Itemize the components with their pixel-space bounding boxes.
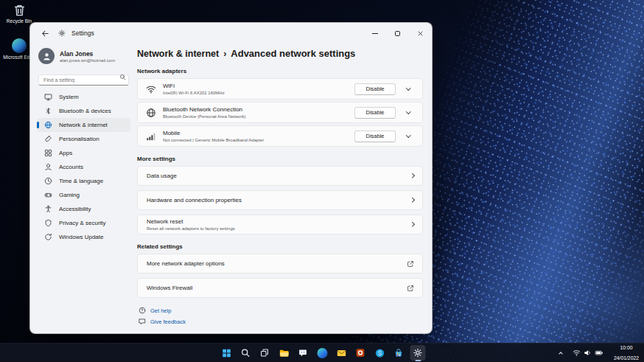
chevron-right-icon <box>410 198 414 202</box>
sidebar-item-time-language[interactable]: Time & language <box>37 174 130 188</box>
search-icon <box>241 348 251 358</box>
office-icon <box>356 348 365 358</box>
update-refresh-icon <box>44 233 52 241</box>
sidebar-item-network-internet[interactable]: Network & internet <box>37 118 130 132</box>
row-data-usage[interactable]: Data usage <box>137 166 423 186</box>
taskbar-center-icons <box>219 344 426 362</box>
give-feedback-link[interactable]: Give feedback <box>139 318 423 325</box>
expand-bluetooth-chevron[interactable] <box>402 107 414 119</box>
minimize-button[interactable] <box>363 23 386 43</box>
edge-icon <box>12 38 27 53</box>
settings-nav: System Bluetooth & devices Network & int… <box>37 90 130 244</box>
maximize-icon <box>395 31 400 36</box>
search-icon <box>119 74 126 80</box>
sidebar-item-bluetooth-devices[interactable]: Bluetooth & devices <box>37 104 130 118</box>
row-hardware-connection-properties[interactable]: Hardware and connection properties <box>137 190 423 210</box>
adapter-row-mobile[interactable]: Mobile Not connected | Generic Mobile Br… <box>137 125 423 147</box>
help-footer: Get help Give feedback <box>137 307 423 325</box>
bluetooth-icon <box>44 107 52 115</box>
section-header-network-adapters: Network adapters <box>137 68 423 74</box>
wifi-icon <box>146 84 156 94</box>
office-button[interactable] <box>353 345 368 361</box>
back-arrow-icon <box>41 29 49 38</box>
search-button[interactable] <box>238 345 253 361</box>
skype-icon <box>374 348 385 358</box>
store-bag-icon <box>394 348 404 358</box>
skype-button[interactable] <box>372 345 388 361</box>
chevron-right-icon <box>410 222 414 226</box>
sidebar-item-system[interactable]: System <box>37 90 130 104</box>
chevron-down-icon <box>406 86 410 90</box>
chevron-right-icon <box>410 173 414 178</box>
file-explorer-folder-icon <box>279 348 289 358</box>
chevron-up-icon <box>559 352 563 356</box>
row-network-reset[interactable]: Network reset Reset all network adapters… <box>137 215 423 234</box>
recycle-bin-icon <box>13 3 27 17</box>
row-windows-firewall[interactable]: Windows Firewall <box>137 278 423 298</box>
task-view-button[interactable] <box>257 345 273 361</box>
edge-button[interactable] <box>315 345 330 361</box>
section-header-related-settings: Related settings <box>137 243 423 250</box>
wifi-icon <box>573 349 581 357</box>
window-title: Settings <box>71 29 94 37</box>
get-help-link[interactable]: Get help <box>139 307 423 314</box>
battery-icon <box>595 349 603 357</box>
sidebar-item-personalisation[interactable]: Personalisation <box>37 132 130 146</box>
feedback-icon <box>139 318 146 325</box>
start-button[interactable] <box>219 345 234 361</box>
quick-settings-button[interactable] <box>570 347 606 358</box>
expand-wifi-chevron[interactable] <box>402 83 414 95</box>
minimize-icon <box>372 33 378 34</box>
close-button[interactable] <box>409 23 432 43</box>
file-explorer-button[interactable] <box>276 345 292 361</box>
user-name: Alan Jones <box>60 50 115 58</box>
windows-logo-icon <box>221 348 231 358</box>
sidebar-item-accounts[interactable]: Accounts <box>37 160 130 174</box>
clock-icon <box>44 177 52 185</box>
sidebar-item-accessibility[interactable]: Accessibility <box>37 202 130 216</box>
hidden-icons-button[interactable] <box>557 349 564 357</box>
desktop-icon-label: Recycle Bin <box>7 18 32 24</box>
breadcrumb-parent[interactable]: Network & internet <box>137 49 219 59</box>
task-view-icon <box>260 348 270 358</box>
accessibility-person-icon <box>44 205 52 213</box>
settings-taskbar-button[interactable] <box>410 345 426 361</box>
mail-button[interactable] <box>334 345 349 361</box>
sidebar-item-apps[interactable]: Apps <box>37 146 130 160</box>
disable-wifi-button[interactable]: Disable <box>354 83 396 95</box>
maximize-button[interactable] <box>386 23 409 43</box>
adapter-row-wifi[interactable]: WiFi Intel(R) Wi-Fi 6 AX201 160MHz Disab… <box>137 78 423 100</box>
breadcrumb-separator: › <box>223 49 226 59</box>
settings-gear-icon <box>413 348 423 358</box>
disable-bluetooth-button[interactable]: Disable <box>354 107 396 119</box>
chat-bubble-icon <box>298 348 308 358</box>
store-button[interactable] <box>391 345 407 361</box>
row-more-network-adapter-options[interactable]: More network adapter options <box>137 254 423 274</box>
taskbar: 10:00 24/01/2022 <box>0 343 644 362</box>
chat-button[interactable] <box>295 345 311 361</box>
sidebar-item-windows-update[interactable]: Windows Update <box>37 230 130 244</box>
account-profile[interactable]: Alan Jones alan.jones.wn@hotmail.com <box>38 46 129 66</box>
mail-envelope-icon <box>336 348 346 358</box>
expand-mobile-chevron[interactable] <box>402 130 414 142</box>
gamepad-icon <box>44 191 52 199</box>
system-tray: 10:00 24/01/2022 <box>557 344 641 362</box>
personalisation-brush-icon <box>44 135 52 143</box>
sidebar-item-privacy-security[interactable]: Privacy & security <box>37 216 130 230</box>
sidebar-item-gaming[interactable]: Gaming <box>37 188 130 202</box>
titlebar[interactable]: Settings <box>30 23 432 43</box>
search-input[interactable] <box>38 74 129 86</box>
settings-main-pane: Network & internet › Advanced network se… <box>137 43 432 333</box>
taskbar-clock[interactable]: 10:00 24/01/2022 <box>612 343 641 362</box>
tray-time: 10:00 <box>620 344 632 351</box>
disable-mobile-button[interactable]: Disable <box>354 130 396 142</box>
adapter-row-bluetooth[interactable]: Bluetooth Network Connection Bluetooth D… <box>137 102 423 123</box>
chevron-down-icon <box>406 109 410 114</box>
system-icon <box>44 93 52 101</box>
desktop-icon-recycle-bin[interactable]: Recycle Bin <box>3 3 35 24</box>
help-icon <box>139 307 146 314</box>
volume-icon <box>584 349 592 357</box>
breadcrumb: Network & internet › Advanced network se… <box>137 48 423 59</box>
back-button[interactable] <box>38 26 52 41</box>
external-link-icon <box>407 260 414 268</box>
